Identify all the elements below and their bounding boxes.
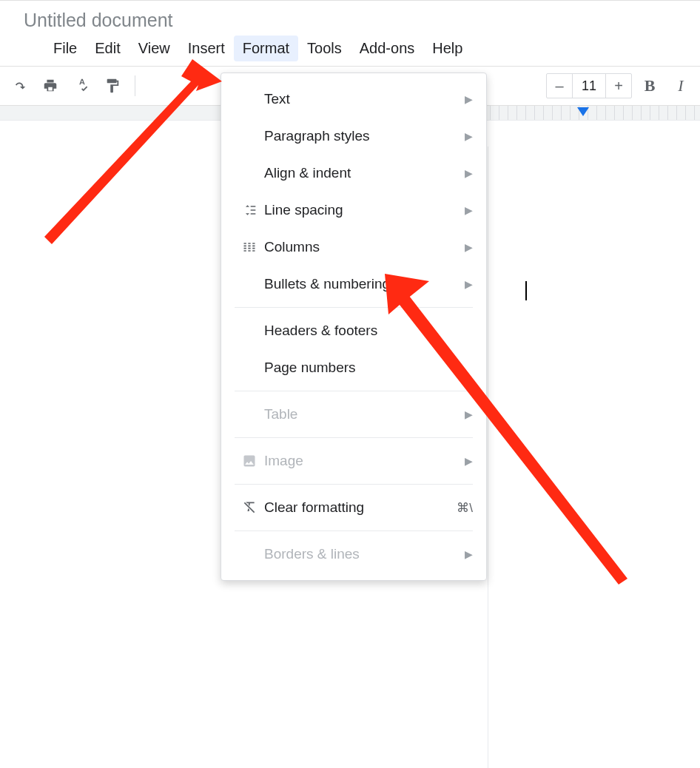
line-spacing-icon — [235, 203, 264, 218]
format-text-label: Text — [264, 91, 459, 107]
menu-tools[interactable]: Tools — [298, 36, 351, 61]
menu-separator — [235, 391, 473, 391]
format-align-indent[interactable]: Align & indent ▶ — [221, 155, 486, 192]
chevron-right-icon: ▶ — [465, 408, 473, 420]
font-size-decrease[interactable]: – — [547, 74, 572, 98]
chevron-right-icon: ▶ — [465, 241, 473, 253]
columns-icon — [235, 240, 264, 255]
clear-formatting-shortcut: ⌘\ — [457, 500, 473, 516]
format-align-indent-label: Align & indent — [264, 165, 459, 181]
menu-separator — [235, 484, 473, 485]
chevron-right-icon: ▶ — [465, 204, 473, 216]
redo-button[interactable] — [6, 73, 33, 99]
menu-addons[interactable]: Add-ons — [351, 36, 424, 61]
menu-separator — [235, 437, 473, 438]
format-borders-lines-label: Borders & lines — [264, 546, 459, 562]
chevron-right-icon: ▶ — [465, 548, 473, 560]
toolbar-separator — [135, 75, 135, 96]
chevron-right-icon: ▶ — [465, 130, 473, 142]
menu-format[interactable]: Format — [234, 36, 298, 61]
text-cursor — [525, 281, 527, 300]
print-button[interactable] — [37, 73, 64, 99]
format-line-spacing[interactable]: Line spacing ▶ — [221, 192, 486, 229]
format-columns[interactable]: Columns ▶ — [221, 229, 486, 266]
format-image-label: Image — [264, 453, 459, 469]
font-size-control: – 11 + — [546, 73, 632, 98]
redo-icon — [11, 78, 27, 94]
print-icon — [42, 78, 58, 94]
ruler-indent-marker[interactable] — [577, 107, 589, 116]
menu-bar: File Edit View Insert Format Tools Add-o… — [24, 33, 700, 66]
format-text[interactable]: Text ▶ — [221, 81, 486, 118]
chevron-right-icon: ▶ — [465, 278, 473, 290]
menu-edit[interactable]: Edit — [86, 36, 129, 61]
format-table: Table ▶ — [221, 396, 486, 433]
format-bullets-numbering-label: Bullets & numbering — [264, 276, 459, 292]
format-image: Image ▶ — [221, 442, 486, 479]
clear-format-icon — [235, 500, 264, 515]
format-paragraph-styles[interactable]: Paragraph styles ▶ — [221, 118, 486, 155]
format-headers-footers-label: Headers & footers — [264, 323, 473, 339]
font-size-increase[interactable]: + — [606, 74, 631, 98]
menu-separator — [235, 530, 473, 531]
format-clear-formatting[interactable]: Clear formatting ⌘\ — [221, 489, 486, 526]
menu-file[interactable]: File — [44, 36, 86, 61]
ruler-ticks — [490, 106, 700, 120]
format-page-numbers-label: Page numbers — [264, 360, 473, 376]
format-bullets-numbering[interactable]: Bullets & numbering ▶ — [221, 266, 486, 303]
paint-format-button[interactable] — [99, 73, 126, 99]
format-table-label: Table — [264, 406, 459, 422]
format-columns-label: Columns — [264, 239, 459, 255]
format-page-numbers[interactable]: Page numbers — [221, 349, 486, 386]
image-icon — [235, 454, 264, 468]
format-line-spacing-label: Line spacing — [264, 202, 459, 218]
chevron-right-icon: ▶ — [465, 93, 473, 105]
paint-roller-icon — [104, 78, 121, 94]
format-headers-footers[interactable]: Headers & footers — [221, 312, 486, 349]
font-size-value[interactable]: 11 — [572, 74, 606, 98]
menu-view[interactable]: View — [129, 36, 179, 61]
document-title[interactable]: Untitled document — [24, 7, 700, 33]
menu-separator — [235, 307, 473, 308]
format-borders-lines: Borders & lines ▶ — [221, 536, 486, 573]
spellcheck-button[interactable] — [68, 73, 95, 99]
italic-button[interactable]: I — [667, 73, 694, 99]
format-clear-formatting-label: Clear formatting — [264, 499, 457, 516]
bold-button[interactable]: B — [636, 73, 663, 99]
format-paragraph-styles-label: Paragraph styles — [264, 128, 459, 144]
spellcheck-icon — [73, 78, 90, 94]
chevron-right-icon: ▶ — [465, 455, 473, 467]
menu-help[interactable]: Help — [423, 36, 471, 61]
chevron-right-icon: ▶ — [465, 167, 473, 179]
format-dropdown: Text ▶ Paragraph styles ▶ Align & indent… — [221, 73, 487, 581]
menu-insert[interactable]: Insert — [179, 36, 234, 61]
